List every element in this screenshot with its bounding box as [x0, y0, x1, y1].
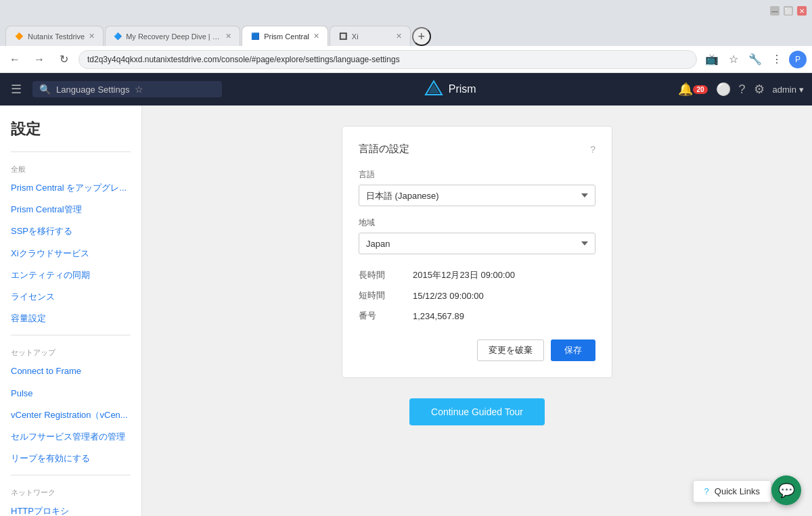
- card-actions: 変更を破棄 保存: [359, 339, 595, 361]
- star-icon[interactable]: ☆: [135, 84, 143, 95]
- sidebar-item-selfservice[interactable]: セルフサービス管理者の管理: [0, 426, 141, 448]
- maximize-button[interactable]: ⬜: [784, 6, 793, 16]
- section-label-setup: セットアップ: [0, 341, 141, 360]
- menu-icon[interactable]: ⋮: [767, 50, 786, 69]
- tab-label-4: Xi: [352, 32, 359, 41]
- long-time-value: 2015年12月23日 09:00:00: [413, 269, 515, 281]
- locale-info-table: 長時間 2015年12月23日 09:00:00 短時間 15/12/23 09…: [359, 265, 595, 326]
- divider-1: [11, 151, 131, 152]
- tab-label-1: Nutanix Testdrive: [28, 32, 85, 41]
- notification-badge: 20: [693, 85, 707, 94]
- quick-links-label: Quick Links: [715, 486, 760, 496]
- tab-close-3[interactable]: ✕: [313, 32, 319, 41]
- language-form-group: 言語 日本語 (Japanese) English 中文 (Chinese): [359, 169, 595, 206]
- guided-tour-button[interactable]: Continue Guided Tour: [409, 398, 545, 425]
- extension-icon[interactable]: 🔧: [746, 50, 765, 69]
- region-form-group: 地域 Japan United States China: [359, 217, 595, 254]
- cancel-button[interactable]: 変更を破棄: [477, 339, 544, 361]
- short-time-label: 短時間: [359, 289, 413, 302]
- chat-icon: 💬: [778, 482, 795, 498]
- tab-close-4[interactable]: ✕: [396, 32, 402, 41]
- sidebar-item-ssp[interactable]: SSPを移行する: [0, 220, 141, 242]
- search-icon: 🔍: [39, 84, 51, 95]
- short-time-value: 15/12/23 09:00:00: [413, 291, 484, 301]
- short-time-row: 短時間 15/12/23 09:00:00: [359, 285, 595, 306]
- circle-icon[interactable]: ⚪: [716, 82, 731, 97]
- help-icon[interactable]: ?: [739, 83, 746, 97]
- address-bar[interactable]: [78, 50, 697, 69]
- tab-recovery[interactable]: 🔷 My Recovery Deep Dive | Nutani... ✕: [105, 26, 240, 46]
- hamburger-menu[interactable]: ☰: [8, 79, 24, 99]
- sidebar-item-xi-cloud[interactable]: Xiクラウドサービス: [0, 243, 141, 264]
- nav-logo-text: Prism: [449, 83, 476, 95]
- tab-close-1[interactable]: ✕: [89, 32, 95, 41]
- region-label: 地域: [359, 217, 595, 229]
- card-title-text: 言語の設定: [359, 143, 409, 156]
- sidebar-item-entity-sync[interactable]: エンティティの同期: [0, 264, 141, 286]
- tab-prism-central[interactable]: 🟦 Prism Central ✕: [242, 26, 328, 46]
- region-select[interactable]: Japan United States China: [359, 233, 595, 254]
- tab-nutanix-testdrive[interactable]: 🔶 Nutanix Testdrive ✕: [5, 26, 104, 46]
- reload-button[interactable]: ↻: [54, 50, 73, 69]
- forward-button[interactable]: →: [30, 50, 49, 69]
- sidebar-item-pulse[interactable]: Pulse: [0, 383, 141, 404]
- tab-favicon-4: 🔲: [338, 32, 348, 41]
- card-help-icon[interactable]: ?: [590, 144, 595, 155]
- save-button[interactable]: 保存: [551, 339, 595, 361]
- admin-label-text: admin: [773, 85, 796, 95]
- tab-xi[interactable]: 🔲 Xi ✕: [330, 26, 411, 46]
- back-button[interactable]: ←: [5, 50, 24, 69]
- long-time-label: 長時間: [359, 269, 413, 281]
- sidebar-item-license[interactable]: ライセンス: [0, 286, 141, 308]
- number-label: 番号: [359, 310, 413, 322]
- tab-favicon-2: 🔷: [114, 32, 122, 41]
- content-area: 言語の設定 ? 言語 日本語 (Japanese) English 中文 (Ch…: [142, 105, 812, 516]
- long-time-row: 長時間 2015年12月23日 09:00:00: [359, 265, 595, 285]
- sidebar-item-upgrade[interactable]: Prism Central をアップグレ...: [0, 177, 141, 199]
- tab-label-3: Prism Central: [264, 32, 309, 41]
- bookmark-icon[interactable]: ☆: [724, 50, 743, 69]
- tab-label-2: My Recovery Deep Dive | Nutani...: [126, 32, 221, 41]
- sidebar: 設定 全般 Prism Central をアップグレ... Prism Cent…: [0, 105, 142, 516]
- section-label-network: ネットワーク: [0, 481, 141, 500]
- quick-links-panel[interactable]: ? Quick Links: [693, 480, 771, 502]
- bell-icon: 🔔: [678, 82, 693, 97]
- tab-favicon-3: 🟦: [250, 32, 260, 41]
- dropdown-chevron-icon: ▾: [799, 85, 804, 95]
- sidebar-title: 設定: [11, 119, 131, 139]
- chat-widget[interactable]: 💬: [771, 475, 801, 505]
- sidebar-item-prism-management[interactable]: Prism Central管理: [0, 199, 141, 220]
- sidebar-item-vcenter[interactable]: vCenter Registration（vCen...: [0, 404, 141, 426]
- sidebar-item-capacity[interactable]: 容量設定: [0, 308, 141, 329]
- language-settings-card: 言語の設定 ? 言語 日本語 (Japanese) English 中文 (Ch…: [342, 126, 612, 378]
- nav-search-bar[interactable]: 🔍 Language Settings ☆: [32, 81, 222, 97]
- profile-avatar[interactable]: P: [789, 51, 807, 68]
- tab-favicon-1: 🔶: [14, 32, 24, 41]
- admin-menu[interactable]: admin ▾: [773, 85, 804, 95]
- divider-3: [11, 475, 131, 475]
- section-label-general: 全般: [0, 158, 141, 177]
- language-select[interactable]: 日本語 (Japanese) English 中文 (Chinese): [359, 185, 595, 206]
- number-value: 1,234,567.89: [413, 311, 464, 321]
- prism-logo-icon: [424, 80, 443, 99]
- sidebar-item-http-proxy[interactable]: HTTPプロキシ: [0, 500, 141, 516]
- divider-2: [11, 335, 131, 335]
- number-row: 番号 1,234,567.89: [359, 306, 595, 326]
- language-label: 言語: [359, 169, 595, 181]
- minimize-button[interactable]: —: [770, 6, 780, 16]
- sidebar-item-leap[interactable]: リープを有効にする: [0, 448, 141, 469]
- sidebar-item-connect-frame[interactable]: Connect to Frame: [0, 360, 141, 382]
- close-button[interactable]: ✕: [797, 6, 807, 16]
- tab-close-2[interactable]: ✕: [225, 32, 231, 41]
- sidebar-scroll[interactable]: 全般 Prism Central をアップグレ... Prism Central…: [0, 146, 141, 516]
- notification-area[interactable]: 🔔 20: [678, 82, 707, 97]
- cast-icon[interactable]: 📺: [702, 50, 721, 69]
- new-tab-button[interactable]: +: [412, 27, 431, 46]
- settings-gear-icon[interactable]: ⚙: [754, 82, 765, 97]
- nav-search-text: Language Settings: [56, 85, 129, 95]
- quick-links-icon: ?: [704, 486, 709, 496]
